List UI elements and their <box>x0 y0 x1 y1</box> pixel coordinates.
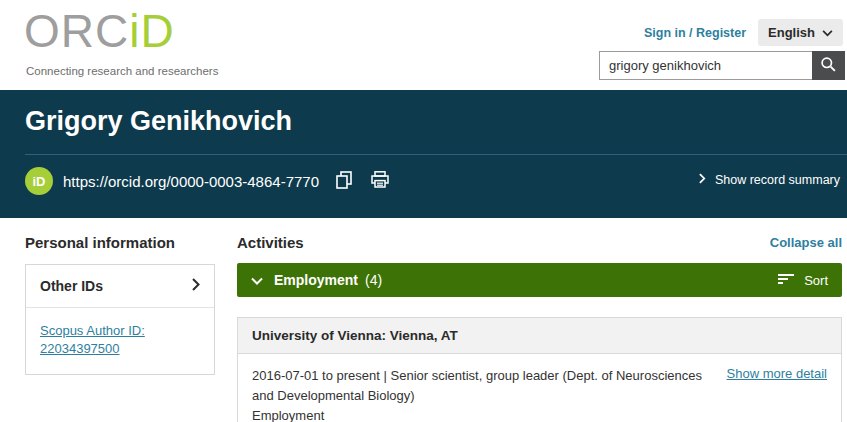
show-record-summary-link[interactable]: Show record summary <box>699 173 840 187</box>
language-selector[interactable]: English <box>758 19 843 46</box>
employment-organization: University of Vienna: Vienna, AT <box>238 318 841 354</box>
language-label: English <box>768 25 815 40</box>
content-area: Personal information Other IDs Scopus Au… <box>0 218 847 422</box>
activities-title: Activities <box>237 234 304 251</box>
employment-section-bar[interactable]: Employment (4) Sort <box>237 263 842 297</box>
print-icon <box>371 171 389 191</box>
tagline: Connecting research and researchers <box>26 65 218 77</box>
chevron-right-icon <box>192 277 200 295</box>
profile-banner: Grigory Genikhovich iD https://orcid.org… <box>0 90 847 218</box>
chevron-down-icon <box>251 271 263 289</box>
orcid-url-link[interactable]: https://orcid.org/0000-0003-4864-7770 <box>63 173 319 190</box>
sidebar-personal-information: Personal information Other IDs Scopus Au… <box>25 234 215 422</box>
copy-id-button[interactable] <box>334 169 354 194</box>
profile-name: Grigory Genikhovich <box>25 106 292 137</box>
activities-header: Activities Collapse all <box>237 234 842 251</box>
orcid-logo[interactable]: ORCiD <box>24 6 175 57</box>
employment-detail-line: 2016-07-01 to present | Senior scientist… <box>252 366 709 406</box>
other-ids-panel: Other IDs Scopus Author ID: 22034397500 <box>25 264 215 375</box>
banner-divider <box>25 154 847 155</box>
other-ids-body: Scopus Author ID: 22034397500 <box>26 308 214 374</box>
other-ids-header[interactable]: Other IDs <box>26 265 214 308</box>
collapse-all-link[interactable]: Collapse all <box>770 235 842 250</box>
print-button[interactable] <box>369 169 391 193</box>
employment-section-left: Employment (4) <box>251 271 382 289</box>
other-ids-label: Other IDs <box>40 278 103 294</box>
employment-detail-text: 2016-07-01 to present | Senior scientist… <box>252 366 709 422</box>
top-nav: Sign in / Register English <box>644 19 843 46</box>
employment-count: (4) <box>365 272 382 288</box>
search-icon <box>820 56 837 76</box>
search-input[interactable] <box>599 51 812 80</box>
activities-section: Activities Collapse all Employment (4) S… <box>237 234 842 422</box>
sort-label: Sort <box>804 273 828 288</box>
scopus-author-id-link[interactable]: Scopus Author ID: 22034397500 <box>40 323 145 356</box>
chevron-down-icon <box>822 25 833 40</box>
chevron-right-icon <box>699 173 706 187</box>
search-button[interactable] <box>812 51 845 80</box>
employment-type: Employment <box>252 406 709 422</box>
orcid-id-row: iD https://orcid.org/0000-0003-4864-7770 <box>25 167 391 195</box>
sign-in-register-link[interactable]: Sign in / Register <box>644 26 746 40</box>
orcid-id-icon: iD <box>25 167 53 195</box>
employment-detail-row: 2016-07-01 to present | Senior scientist… <box>238 354 841 422</box>
show-more-detail-link[interactable]: Show more detail <box>727 366 827 381</box>
site-header: ORCiD Connecting research and researcher… <box>0 0 847 90</box>
copy-icon <box>336 171 352 192</box>
employment-label: Employment <box>274 272 358 288</box>
sort-icon <box>778 273 795 288</box>
employment-entry-card: University of Vienna: Vienna, AT 2016-07… <box>237 317 842 422</box>
search-bar <box>599 51 845 80</box>
orcid-logo-orc: ORC <box>24 5 129 57</box>
sort-button[interactable]: Sort <box>778 273 828 288</box>
personal-information-title: Personal information <box>25 234 215 251</box>
show-record-summary-label: Show record summary <box>715 173 840 187</box>
orcid-logo-id: iD <box>129 5 174 57</box>
